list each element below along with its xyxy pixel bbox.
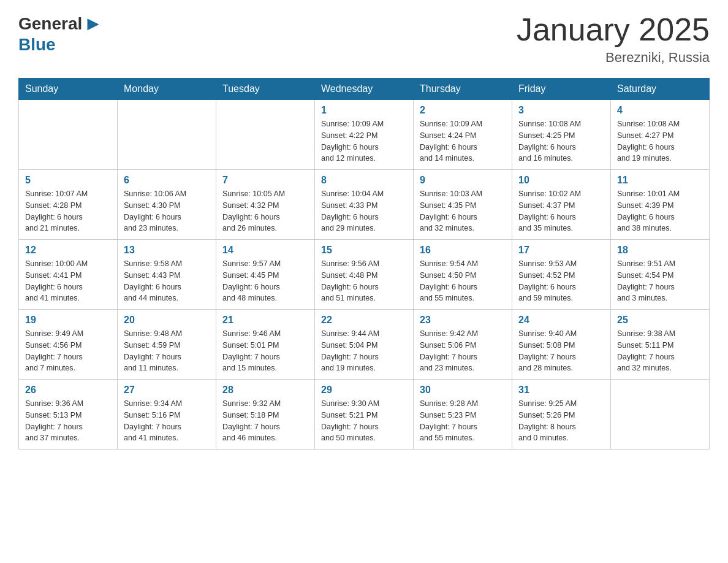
- calendar-cell-week3-day7: 18Sunrise: 9:51 AMSunset: 4:54 PMDayligh…: [611, 240, 710, 310]
- day-info: Sunrise: 9:46 AMSunset: 5:01 PMDaylight:…: [222, 328, 308, 374]
- calendar-cell-week5-day5: 30Sunrise: 9:28 AMSunset: 5:23 PMDayligh…: [414, 380, 512, 450]
- day-info: Sunrise: 10:05 AMSunset: 4:32 PMDaylight…: [222, 188, 308, 234]
- calendar-week-5: 26Sunrise: 9:36 AMSunset: 5:13 PMDayligh…: [19, 380, 710, 450]
- day-info: Sunrise: 9:42 AMSunset: 5:06 PMDaylight:…: [420, 328, 506, 374]
- day-number: 26: [25, 385, 111, 396]
- day-info: Sunrise: 10:02 AMSunset: 4:37 PMDaylight…: [518, 188, 604, 234]
- day-info: Sunrise: 10:08 AMSunset: 4:27 PMDaylight…: [617, 118, 703, 164]
- calendar-cell-week4-day6: 24Sunrise: 9:40 AMSunset: 5:08 PMDayligh…: [512, 310, 611, 380]
- title-section: January 2025 Berezniki, Russia: [517, 12, 710, 66]
- calendar-cell-week1-day5: 2Sunrise: 10:09 AMSunset: 4:24 PMDayligh…: [414, 100, 512, 170]
- day-number: 19: [25, 315, 111, 326]
- day-info: Sunrise: 9:36 AMSunset: 5:13 PMDaylight:…: [25, 398, 111, 444]
- calendar-header-monday: Monday: [118, 79, 216, 100]
- day-number: 3: [518, 105, 604, 116]
- calendar-cell-week1-day6: 3Sunrise: 10:08 AMSunset: 4:25 PMDayligh…: [512, 100, 611, 170]
- day-info: Sunrise: 9:54 AMSunset: 4:50 PMDaylight:…: [420, 258, 506, 304]
- logo: General ► Blue: [18, 12, 103, 55]
- day-number: 6: [124, 175, 210, 186]
- calendar-header-sunday: Sunday: [19, 79, 118, 100]
- logo-blue-text: Blue: [18, 35, 56, 55]
- calendar-cell-week5-day7: [611, 380, 710, 450]
- day-number: 10: [518, 175, 604, 186]
- calendar-cell-week2-day4: 8Sunrise: 10:04 AMSunset: 4:33 PMDayligh…: [315, 170, 414, 240]
- calendar-cell-week2-day2: 6Sunrise: 10:06 AMSunset: 4:30 PMDayligh…: [118, 170, 216, 240]
- day-info: Sunrise: 9:48 AMSunset: 4:59 PMDaylight:…: [124, 328, 210, 374]
- calendar-cell-week4-day5: 23Sunrise: 9:42 AMSunset: 5:06 PMDayligh…: [414, 310, 512, 380]
- day-info: Sunrise: 9:57 AMSunset: 4:45 PMDaylight:…: [222, 258, 308, 304]
- calendar-cell-week1-day4: 1Sunrise: 10:09 AMSunset: 4:22 PMDayligh…: [315, 100, 414, 170]
- location-title: Berezniki, Russia: [517, 50, 710, 66]
- calendar-cell-week1-day1: [19, 100, 118, 170]
- day-info: Sunrise: 9:34 AMSunset: 5:16 PMDaylight:…: [124, 398, 210, 444]
- calendar-cell-week5-day4: 29Sunrise: 9:30 AMSunset: 5:21 PMDayligh…: [315, 380, 414, 450]
- day-number: 16: [420, 245, 506, 256]
- day-info: Sunrise: 9:58 AMSunset: 4:43 PMDaylight:…: [124, 258, 210, 304]
- calendar-week-4: 19Sunrise: 9:49 AMSunset: 4:56 PMDayligh…: [19, 310, 710, 380]
- day-number: 11: [617, 175, 703, 186]
- calendar-cell-week4-day1: 19Sunrise: 9:49 AMSunset: 4:56 PMDayligh…: [19, 310, 118, 380]
- day-info: Sunrise: 9:49 AMSunset: 4:56 PMDaylight:…: [25, 328, 111, 374]
- day-number: 13: [124, 245, 210, 256]
- calendar-cell-week3-day1: 12Sunrise: 10:00 AMSunset: 4:41 PMDaylig…: [19, 240, 118, 310]
- calendar-cell-week4-day7: 25Sunrise: 9:38 AMSunset: 5:11 PMDayligh…: [611, 310, 710, 380]
- day-info: Sunrise: 9:40 AMSunset: 5:08 PMDaylight:…: [518, 328, 604, 374]
- calendar-header-tuesday: Tuesday: [216, 79, 315, 100]
- day-info: Sunrise: 9:28 AMSunset: 5:23 PMDaylight:…: [420, 398, 506, 444]
- calendar-header-saturday: Saturday: [611, 79, 710, 100]
- calendar-cell-week5-day6: 31Sunrise: 9:25 AMSunset: 5:26 PMDayligh…: [512, 380, 611, 450]
- day-info: Sunrise: 9:56 AMSunset: 4:48 PMDaylight:…: [321, 258, 407, 304]
- day-info: Sunrise: 10:00 AMSunset: 4:41 PMDaylight…: [25, 258, 111, 304]
- day-info: Sunrise: 9:53 AMSunset: 4:52 PMDaylight:…: [518, 258, 604, 304]
- logo-arrow-icon: ►: [83, 12, 103, 35]
- calendar-cell-week3-day5: 16Sunrise: 9:54 AMSunset: 4:50 PMDayligh…: [414, 240, 512, 310]
- page-header: General ► Blue January 2025 Berezniki, R…: [18, 12, 710, 66]
- day-number: 29: [321, 385, 407, 396]
- calendar-cell-week5-day2: 27Sunrise: 9:34 AMSunset: 5:16 PMDayligh…: [118, 380, 216, 450]
- day-info: Sunrise: 10:04 AMSunset: 4:33 PMDaylight…: [321, 188, 407, 234]
- day-info: Sunrise: 10:07 AMSunset: 4:28 PMDaylight…: [25, 188, 111, 234]
- day-number: 4: [617, 105, 703, 116]
- day-info: Sunrise: 9:51 AMSunset: 4:54 PMDaylight:…: [617, 258, 703, 304]
- day-number: 25: [617, 315, 703, 326]
- calendar-table: SundayMondayTuesdayWednesdayThursdayFrid…: [18, 78, 710, 450]
- day-info: Sunrise: 10:08 AMSunset: 4:25 PMDaylight…: [518, 118, 604, 164]
- day-info: Sunrise: 10:09 AMSunset: 4:24 PMDaylight…: [420, 118, 506, 164]
- calendar-week-3: 12Sunrise: 10:00 AMSunset: 4:41 PMDaylig…: [19, 240, 710, 310]
- calendar-cell-week1-day7: 4Sunrise: 10:08 AMSunset: 4:27 PMDayligh…: [611, 100, 710, 170]
- day-number: 7: [222, 175, 308, 186]
- day-number: 9: [420, 175, 506, 186]
- day-number: 21: [222, 315, 308, 326]
- day-info: Sunrise: 9:32 AMSunset: 5:18 PMDaylight:…: [222, 398, 308, 444]
- calendar-cell-week2-day6: 10Sunrise: 10:02 AMSunset: 4:37 PMDaylig…: [512, 170, 611, 240]
- day-number: 24: [518, 315, 604, 326]
- calendar-week-1: 1Sunrise: 10:09 AMSunset: 4:22 PMDayligh…: [19, 100, 710, 170]
- day-number: 8: [321, 175, 407, 186]
- day-number: 18: [617, 245, 703, 256]
- day-number: 23: [420, 315, 506, 326]
- logo-general-text: General: [18, 14, 82, 34]
- calendar-cell-week3-day3: 14Sunrise: 9:57 AMSunset: 4:45 PMDayligh…: [216, 240, 315, 310]
- day-info: Sunrise: 9:30 AMSunset: 5:21 PMDaylight:…: [321, 398, 407, 444]
- calendar-header-friday: Friday: [512, 79, 611, 100]
- day-number: 31: [518, 385, 604, 396]
- calendar-cell-week5-day1: 26Sunrise: 9:36 AMSunset: 5:13 PMDayligh…: [19, 380, 118, 450]
- calendar-cell-week2-day3: 7Sunrise: 10:05 AMSunset: 4:32 PMDayligh…: [216, 170, 315, 240]
- calendar-cell-week1-day2: [118, 100, 216, 170]
- calendar-cell-week2-day1: 5Sunrise: 10:07 AMSunset: 4:28 PMDayligh…: [19, 170, 118, 240]
- calendar-header-row: SundayMondayTuesdayWednesdayThursdayFrid…: [19, 79, 710, 100]
- day-info: Sunrise: 10:06 AMSunset: 4:30 PMDaylight…: [124, 188, 210, 234]
- day-number: 2: [420, 105, 506, 116]
- day-info: Sunrise: 10:01 AMSunset: 4:39 PMDaylight…: [617, 188, 703, 234]
- day-number: 27: [124, 385, 210, 396]
- day-number: 14: [222, 245, 308, 256]
- calendar-cell-week5-day3: 28Sunrise: 9:32 AMSunset: 5:18 PMDayligh…: [216, 380, 315, 450]
- day-number: 17: [518, 245, 604, 256]
- calendar-cell-week2-day5: 9Sunrise: 10:03 AMSunset: 4:35 PMDayligh…: [414, 170, 512, 240]
- day-number: 30: [420, 385, 506, 396]
- day-number: 5: [25, 175, 111, 186]
- calendar-cell-week3-day4: 15Sunrise: 9:56 AMSunset: 4:48 PMDayligh…: [315, 240, 414, 310]
- month-title: January 2025: [517, 12, 710, 47]
- calendar-cell-week2-day7: 11Sunrise: 10:01 AMSunset: 4:39 PMDaylig…: [611, 170, 710, 240]
- day-number: 12: [25, 245, 111, 256]
